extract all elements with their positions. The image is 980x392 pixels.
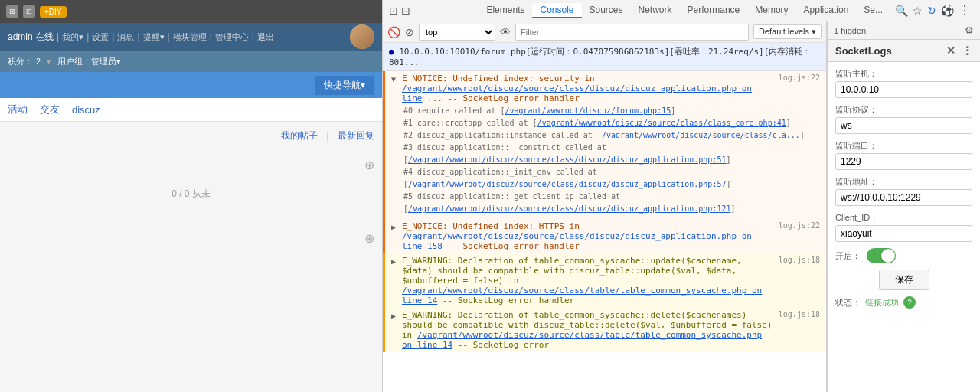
socketlogs-pin-icon[interactable]: ⋮ (962, 44, 972, 57)
dt-icon-star[interactable]: ☆ (913, 5, 923, 17)
dt-settings-icon[interactable]: ⚙ (965, 24, 974, 36)
stack-2: #2 discuz_application::instance called a… (403, 129, 820, 142)
port-field: 监听端口： (835, 140, 972, 170)
address-field: 监听地址： (835, 176, 972, 206)
expand-arrow-1[interactable]: ▼ (391, 75, 399, 83)
nav-link-modules[interactable]: 模块管理 (173, 31, 207, 43)
protocol-input[interactable] (835, 117, 972, 134)
nav-link-alerts[interactable]: 提醒▾ (143, 31, 165, 43)
dt-icon-more[interactable]: ⚽ (941, 5, 954, 17)
group-label: 用户组：管理员▾ (57, 56, 121, 67)
warning-1-source: log.js:18 (776, 256, 820, 264)
client-id-field: Client_ID： (835, 212, 972, 242)
points-sep: ▾ (47, 57, 51, 67)
dt-icon-refresh[interactable]: ↻ (927, 5, 936, 17)
client-id-label: Client_ID： (835, 212, 972, 224)
dt-icons-bar: ⊡ ⊟ Elements Console Sources Network Per… (383, 0, 980, 21)
scroll-btn1[interactable]: ⊕ (364, 158, 374, 172)
nav-sep6: | (210, 31, 212, 42)
stats-text: 0 / 0 从未 (172, 188, 211, 199)
tab-memory[interactable]: Memory (747, 3, 795, 18)
client-id-input[interactable] (835, 225, 972, 242)
socketlogs-panel: 1 hidden ⚙ SocketLogs ✕ ⋮ 监听主机： (827, 21, 980, 392)
console-filter-icon[interactable]: ⊘ (405, 26, 414, 38)
tab-console[interactable]: Console (532, 3, 581, 18)
tab-friends[interactable]: 交友 (40, 103, 60, 116)
scroll-btn2[interactable]: ⊕ (364, 232, 374, 245)
nav-link-my[interactable]: 我的▾ (62, 31, 83, 43)
tab-performance[interactable]: Performance (680, 3, 748, 18)
stack-1-link[interactable]: /vagrant/wwwroot/discuz/source/class/cla… (537, 119, 786, 127)
tab-discuz[interactable]: discuz (72, 104, 100, 116)
notice-1-link[interactable]: /vagrant/wwwroot/discuz/source/class/dis… (402, 83, 752, 103)
my-posts-link[interactable]: 我的帖子 (281, 130, 318, 141)
status-text: 链接成功 (865, 297, 899, 309)
tab-application[interactable]: Application (796, 3, 857, 18)
address-input[interactable] (835, 189, 972, 206)
notice-2-link[interactable]: /vagrant/wwwroot/discuz/source/class/dis… (402, 231, 752, 251)
stack-0: #0 require called at [/vagrant/wwwroot/d… (403, 105, 820, 117)
warning-1-link[interactable]: /vagrant/wwwroot/discuz/source/class/tab… (402, 286, 762, 305)
tab-elements[interactable]: Elements (479, 3, 532, 18)
status-question-btn[interactable]: ? (903, 296, 916, 309)
tab-network[interactable]: Network (631, 3, 680, 18)
expand-arrow-4[interactable]: ▶ (391, 312, 399, 320)
nav-sep7: | (252, 31, 254, 42)
nav-sep4: | (137, 31, 139, 42)
dt-icon-search[interactable]: 🔍 (895, 5, 908, 17)
expand-arrow-3[interactable]: ▶ (391, 257, 399, 266)
expand-arrow-2[interactable]: ▶ (391, 223, 399, 231)
console-eye-icon[interactable]: 👁 (500, 26, 511, 38)
stack-0-link[interactable]: /vagrant/wwwroot/discuz/forum.php:15 (505, 106, 671, 115)
diy-button[interactable]: +DIY (40, 6, 67, 18)
stack-5-link[interactable]: /vagrant/wwwroot/discuz/source/class/dis… (408, 204, 730, 213)
warning-msg-1: ▶ E_WARNING: Declaration of table_common… (383, 253, 826, 308)
save-button[interactable]: 保存 (879, 270, 929, 290)
console-filter-input[interactable] (515, 24, 749, 41)
hidden-count: 1 hidden (834, 26, 866, 35)
default-levels-btn[interactable]: Default levels ▾ (753, 24, 822, 39)
warning-msg-2: ▶ E_WARNING: Declaration of table_common… (383, 308, 826, 352)
warning-2-source: log.js:18 (776, 310, 820, 318)
warning-2-link[interactable]: /vagrant/wwwroot/discuz/source/class/tab… (402, 330, 762, 350)
nav-sep1: | (57, 31, 59, 42)
host-input[interactable] (835, 81, 972, 98)
protocol-field: 监听协议： (835, 104, 972, 134)
tab-more[interactable]: Se... (856, 3, 890, 18)
nav-link-admin[interactable]: 管理中心 (215, 31, 249, 43)
socketlogs-close-icon[interactable]: ✕ (946, 44, 956, 57)
stack-4-link[interactable]: /vagrant/wwwroot/discuz/source/class/dis… (408, 180, 726, 188)
warning-2-content: E_WARNING: Declaration of table_common_s… (402, 310, 772, 350)
console-clear-icon[interactable]: 🚫 (387, 26, 400, 38)
toggle-thumb (881, 249, 895, 263)
stack-4: #4 discuz_application::_init_env called … (403, 166, 820, 191)
stacktrace-1: #0 require called at [/vagrant/wwwroot/d… (391, 103, 820, 217)
devtools-panel: ⊡ ⊟ Elements Console Sources Network Per… (383, 0, 980, 392)
top-bar: ⊠ ⊡ +DIY (0, 0, 382, 23)
notice-2-content: E_NOTICE: Undefined index: HTTPS in /vag… (402, 221, 752, 251)
stack-2-link[interactable]: /vagrant/wwwroot/discuz/source/class/cla… (602, 131, 800, 139)
top-console-message: ● 10.0.0.10:10010/forum.php[运行时间：0.04707… (383, 43, 826, 71)
notice-2-source: log.js:22 (776, 221, 820, 230)
points-label: 积分： (8, 56, 33, 67)
notice-1-source: log.js:22 (776, 74, 820, 82)
forum-content: 我的帖子 | 最新回复 ⊕ 0 / 0 从未 ⊕ (0, 122, 382, 392)
quick-nav-button[interactable]: 快捷导航▾ (315, 76, 374, 95)
stack-5: #5 discuz_application::_get_client_ip ca… (403, 191, 820, 215)
stack-3-link[interactable]: /vagrant/wwwroot/discuz/source/class/dis… (408, 155, 726, 164)
latest-reply-link[interactable]: 最新回复 (338, 130, 374, 141)
dt-icon-mobile[interactable]: ⊟ (401, 5, 410, 17)
dt-icon-inspect[interactable]: ⊡ (389, 5, 398, 17)
tab-activity[interactable]: 活动 (8, 103, 28, 116)
console-context-select[interactable]: top (419, 24, 495, 41)
nav-link-settings[interactable]: 设置 (92, 31, 109, 43)
warning-1-content: E_WARNING: Declaration of table_common_s… (402, 256, 762, 305)
stats-bar: 积分： 2 ▾ 用户组：管理员▾ (0, 51, 382, 72)
nav-link-messages[interactable]: 消息 (117, 31, 134, 43)
tab-sources[interactable]: Sources (582, 3, 631, 18)
port-input[interactable] (835, 153, 972, 170)
nav-link-logout[interactable]: 退出 (257, 31, 274, 43)
window-icon2: ⊡ (23, 5, 35, 18)
enable-toggle[interactable] (867, 248, 896, 263)
dt-icon-dots[interactable]: ⋮ (959, 3, 971, 18)
